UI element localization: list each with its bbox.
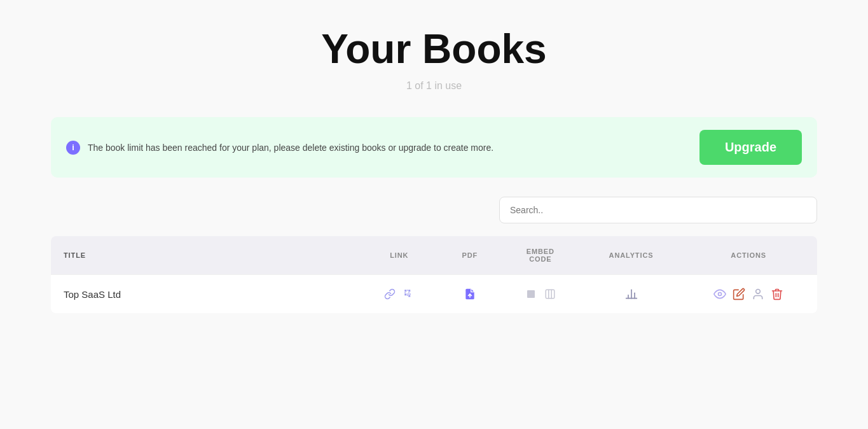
alert-banner: i The book limit has been reached for yo…	[51, 117, 817, 178]
link-icon[interactable]	[382, 286, 397, 302]
embed-expand-icon[interactable]	[542, 286, 558, 302]
svg-rect-2	[408, 290, 410, 292]
analytics-icons	[595, 286, 668, 302]
pdf-cell	[441, 275, 499, 314]
svg-rect-13	[546, 290, 555, 299]
pdf-icon[interactable]	[462, 286, 478, 302]
page-title: Your Books	[51, 25, 817, 73]
svg-rect-1	[407, 290, 408, 291]
svg-rect-10	[408, 295, 410, 297]
svg-rect-0	[404, 290, 406, 292]
col-actions: ACTIONS	[680, 236, 817, 275]
usage-subtitle: 1 of 1 in use	[51, 80, 817, 92]
svg-point-20	[719, 293, 722, 296]
info-icon: i	[66, 141, 80, 155]
analytics-cell	[582, 275, 680, 314]
book-title: Top SaaS Ltd	[51, 275, 357, 314]
svg-rect-8	[410, 293, 411, 295]
svg-rect-7	[408, 293, 410, 295]
col-embed: EMBEDCODE	[499, 236, 582, 275]
qr-icon[interactable]	[401, 286, 417, 302]
upgrade-button[interactable]: Upgrade	[699, 130, 802, 165]
table-header: TITLE LINK PDF EMBEDCODE ANALYTICS ACTIO…	[51, 236, 817, 275]
embed-small-icon[interactable]	[523, 286, 539, 302]
search-input[interactable]	[499, 197, 817, 223]
link-icons	[370, 286, 429, 302]
col-title: TITLE	[51, 236, 357, 275]
search-container	[51, 197, 817, 223]
books-table: TITLE LINK PDF EMBEDCODE ANALYTICS ACTIO…	[51, 236, 817, 313]
user-icon[interactable]	[750, 286, 766, 302]
embed-icons	[511, 286, 570, 302]
alert-message: The book limit has been reached for your…	[88, 143, 493, 153]
view-icon[interactable]	[712, 286, 727, 302]
col-link: LINK	[357, 236, 441, 275]
embed-cell	[499, 275, 582, 314]
svg-rect-3	[404, 292, 406, 293]
table-row: Top SaaS Ltd	[51, 275, 817, 314]
actions-cell	[680, 275, 817, 314]
page-container: Your Books 1 of 1 in use i The book limi…	[0, 0, 868, 339]
col-analytics: ANALYTICS	[582, 236, 680, 275]
analytics-icon[interactable]	[624, 286, 639, 302]
table-body: Top SaaS Ltd	[51, 275, 817, 314]
svg-rect-4	[404, 293, 406, 295]
svg-rect-9	[407, 295, 408, 297]
col-pdf: PDF	[441, 236, 499, 275]
svg-point-21	[756, 290, 761, 294]
link-cell	[357, 275, 441, 314]
svg-rect-12	[527, 290, 535, 298]
edit-icon[interactable]	[731, 286, 747, 302]
delete-icon[interactable]	[769, 286, 785, 302]
alert-content: i The book limit has been reached for yo…	[66, 141, 493, 155]
pdf-icons	[454, 286, 486, 302]
svg-rect-5	[407, 293, 408, 295]
actions-icons	[692, 286, 804, 302]
svg-rect-6	[408, 292, 410, 293]
